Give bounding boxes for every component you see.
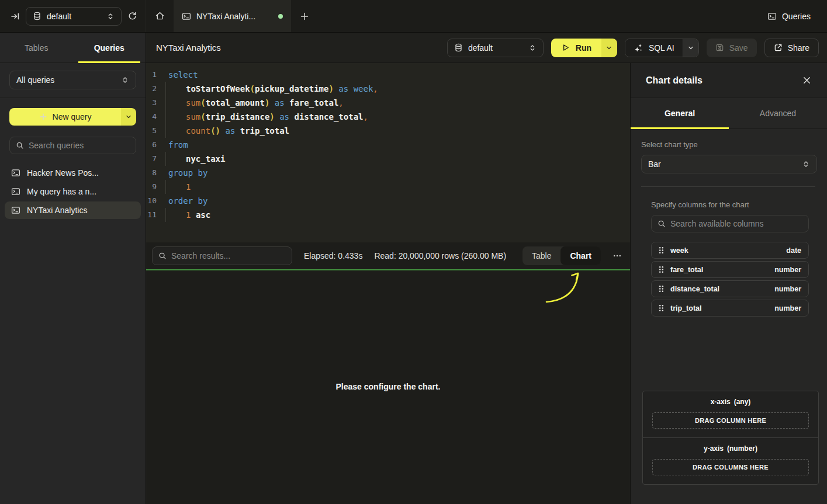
search-icon	[16, 141, 24, 150]
axis-constraint: (number)	[727, 444, 757, 453]
collapse-sidebar-icon[interactable]	[11, 12, 20, 21]
new-tab-button[interactable]	[291, 0, 318, 32]
sidebar-body: All queries New query	[0, 63, 146, 220]
run-button-main[interactable]: Run	[551, 39, 601, 57]
query-filter-select[interactable]: All queries	[9, 71, 136, 89]
drag-handle-icon[interactable]	[659, 266, 664, 273]
results-search-input[interactable]	[171, 251, 286, 260]
new-query-label: New query	[53, 112, 92, 121]
column-type: number	[774, 266, 801, 274]
tab-strip: NYTaxi Analyti...	[146, 0, 318, 32]
results-search[interactable]	[152, 246, 292, 265]
chart-type-select[interactable]: Bar	[641, 155, 817, 173]
run-button[interactable]: Run	[551, 39, 617, 57]
columns-section: Specify columns for the chart wee	[641, 200, 817, 317]
close-icon[interactable]	[802, 76, 811, 85]
query-search-input[interactable]	[29, 141, 130, 150]
axis-drop-zone[interactable]: DRAG COLUMNS HERE	[652, 459, 809, 475]
search-icon	[158, 252, 167, 260]
toolbar-database-value: default	[468, 43, 523, 53]
axis-name: x-axis	[711, 398, 731, 406]
share-label: Share	[788, 43, 809, 53]
new-query-dropdown[interactable]	[121, 108, 136, 126]
queries-button[interactable]: Queries	[767, 12, 811, 21]
panel-tabs: General Advanced	[631, 98, 827, 129]
drag-handle-icon[interactable]	[659, 285, 664, 293]
database-selector-value: default	[47, 12, 101, 21]
more-options-button[interactable]	[613, 251, 622, 260]
sql-ai-main[interactable]: SQL AI	[625, 39, 683, 57]
chart-details-panel: Chart details General Advanced Select ch…	[630, 63, 827, 504]
query-list-item[interactable]: NYTaxi Analytics	[5, 201, 141, 219]
query-list-item[interactable]: Hacker News Pos...	[5, 164, 141, 182]
new-query-main[interactable]: New query	[9, 108, 121, 126]
axes-config-box: x-axis(any) DRAG COLUMN HERE y-axis(numb…	[642, 391, 819, 485]
query-filter-value: All queries	[16, 75, 116, 85]
drag-handle-icon[interactable]	[659, 304, 664, 312]
chart-empty-message: Please configure the chart.	[146, 382, 630, 391]
annotation-arrow-icon	[541, 270, 587, 307]
search-icon	[658, 220, 666, 228]
run-dropdown[interactable]	[601, 39, 617, 57]
query-search[interactable]	[9, 137, 136, 154]
query-list-item[interactable]: My query has a n...	[5, 183, 141, 200]
chart-type-value: Bar	[648, 159, 661, 169]
query-name: NYTaxi Analytics	[27, 206, 87, 215]
tab-nytaxi-analytics[interactable]: NYTaxi Analyti...	[174, 0, 291, 32]
panel-tab[interactable]: Advanced	[729, 98, 827, 128]
sql-editor[interactable]: 1select2toStartOfWeek(pickup_datetime) a…	[146, 63, 630, 242]
chart-type-label: Select chart type	[641, 140, 817, 149]
chevron-up-down-icon	[802, 160, 810, 168]
columns-list: week date fare_total number	[651, 242, 809, 317]
column-pill[interactable]: trip_total number	[651, 300, 809, 317]
column-name: fare_total	[670, 266, 703, 274]
view-toggle-label: Table	[532, 251, 551, 260]
axis-drop-zone[interactable]: DRAG COLUMN HERE	[652, 412, 809, 429]
view-toggle: Table Chart	[523, 246, 601, 265]
toolbar-database-selector[interactable]: default	[447, 39, 544, 57]
sql-ai-button[interactable]: SQL AI	[625, 39, 699, 57]
save-button[interactable]: Save	[707, 39, 757, 57]
sql-ai-dropdown[interactable]	[683, 39, 698, 57]
plus-icon	[300, 12, 309, 21]
top-bar: default NYTaxi Analyti...	[0, 0, 827, 33]
sidebar-tabs: Tables Queries	[0, 33, 146, 63]
column-type: number	[774, 304, 801, 312]
plus-icon	[39, 113, 47, 121]
columns-search-input[interactable]	[670, 219, 802, 228]
chevron-down-icon	[125, 113, 132, 120]
column-name: week	[670, 246, 688, 255]
chevron-up-down-icon	[528, 44, 537, 52]
view-toggle-segment[interactable]: Chart	[560, 246, 601, 265]
new-query-button[interactable]: New query	[9, 108, 136, 126]
column-pill[interactable]: distance_total number	[651, 280, 809, 297]
column-pill[interactable]: fare_total number	[651, 261, 809, 278]
refresh-icon[interactable]	[127, 11, 137, 21]
axis-title: x-axis(any)	[648, 398, 814, 406]
column-pill[interactable]: week date	[651, 242, 809, 259]
database-icon	[33, 12, 41, 20]
drag-handle-icon[interactable]	[659, 246, 664, 254]
home-tab[interactable]	[146, 0, 174, 32]
save-icon	[715, 43, 724, 52]
chevron-up-down-icon	[106, 12, 115, 20]
query-name: My query has a n...	[27, 187, 96, 196]
panel-tab[interactable]: General	[631, 98, 729, 128]
top-bar-right: Queries	[767, 0, 827, 32]
axis-section: y-axis(number) DRAG COLUMNS HERE	[643, 437, 818, 484]
database-selector[interactable]: default	[26, 7, 122, 26]
panel-title: Chart details	[646, 75, 703, 86]
columns-search[interactable]	[651, 215, 809, 232]
view-toggle-segment[interactable]: Table	[523, 246, 560, 265]
chevron-up-down-icon	[121, 76, 129, 84]
query-list: Hacker News Pos... My query has a n...	[5, 164, 141, 219]
sidebar-tab[interactable]: Queries	[73, 33, 146, 62]
panel-content: Select chart type Bar Specify columns fo…	[631, 129, 827, 317]
top-bar-left: default	[0, 0, 146, 32]
terminal-query-icon	[11, 168, 20, 178]
panel-divider	[641, 186, 815, 187]
sidebar-tab[interactable]: Tables	[0, 33, 73, 62]
terminal-query-icon	[11, 187, 20, 196]
share-button[interactable]: Share	[764, 39, 819, 57]
column-type: number	[774, 285, 801, 293]
